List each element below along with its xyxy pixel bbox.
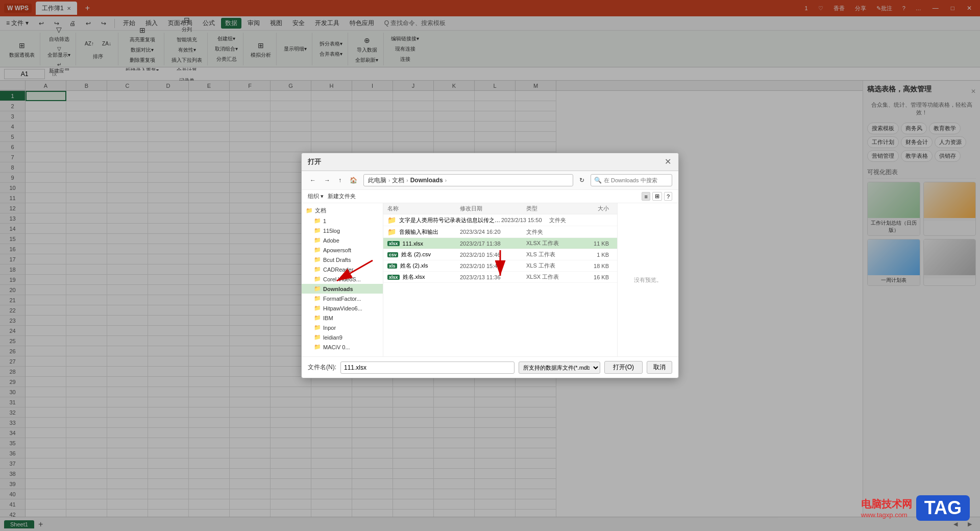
tree-label: 1 xyxy=(323,218,326,224)
file-date: 2023/2/13 15:50 xyxy=(501,217,549,223)
dialog-cancel-btn[interactable]: 取消 xyxy=(647,361,672,374)
filename-label: 文件名(N): xyxy=(308,363,336,372)
tree-label: FormatFactor... xyxy=(323,296,361,302)
nav-up-btn[interactable]: ↑ xyxy=(336,176,344,185)
dialog-actions-bar: 组织 ▾ 新建文件夹 ≡ ⊞ ? xyxy=(302,190,678,203)
breadcrumb-sep3: › xyxy=(445,178,447,183)
view-list-btn[interactable]: ≡ xyxy=(642,192,650,201)
tree-item-t-ibm[interactable]: 📁IBM xyxy=(302,313,383,323)
folder-icon: 📁 xyxy=(314,266,321,273)
file-row-f5[interactable]: xls 姓名 (2).xls 2023/2/10 15:49 XLS 工作表 1… xyxy=(383,260,617,272)
dialog-body: 📁文档📁1📁115log📁Adobe📁Apowersoft📁Bcut Draft… xyxy=(302,203,678,356)
file-date: 2023/2/10 15:49 xyxy=(460,263,526,269)
file-row-f4[interactable]: csv 姓名 (2).csv 2023/2/10 15:46 XLS 工作表 1… xyxy=(383,249,617,260)
file-name: 姓名 (2).csv xyxy=(401,251,431,258)
tree-item-t-1[interactable]: 📁1 xyxy=(302,216,383,226)
folder-icon: 📁 xyxy=(314,344,321,350)
file-list: 名称 修改日期 类型 大小 📁 文字是人类用符号记录表达信息以传之久... 20… xyxy=(383,203,617,356)
folder-icon: 📁 xyxy=(314,227,321,234)
file-tree: 📁文档📁1📁115log📁Adobe📁Apowersoft📁Bcut Draft… xyxy=(302,203,383,356)
tree-label: CADReader xyxy=(323,267,353,273)
file-row-f3[interactable]: xlsx 111.xlsx 2023/2/17 11:38 XLSX 工作表 1… xyxy=(383,238,617,249)
tree-item-t-formatfactor[interactable]: 📁FormatFactor... xyxy=(302,294,383,303)
folder-icon: 📁 xyxy=(314,295,321,302)
tree-item-t-apowersoft[interactable]: 📁Apowersoft xyxy=(302,245,383,255)
tree-item-t-inpor[interactable]: 📁Inpor xyxy=(302,323,383,332)
tree-item-t-bcut[interactable]: 📁Bcut Drafts xyxy=(302,255,383,264)
file-type: 文件夹 xyxy=(526,228,577,236)
no-preview: 没有预览。 xyxy=(617,203,678,356)
tree-item-t-maciv[interactable]: 📁MACiV 0... xyxy=(302,342,383,352)
col-name-header[interactable]: 名称 xyxy=(387,205,460,212)
breadcrumb-downloads[interactable]: Downloads xyxy=(410,177,443,184)
file-name-cell: 📁 文字是人类用符号记录表达信息以传之久... xyxy=(387,216,501,224)
folder-icon: 📁 xyxy=(314,276,321,282)
view-help-btn[interactable]: ? xyxy=(664,192,672,201)
tree-item-t-leidian9[interactable]: 📁leidian9 xyxy=(302,332,383,342)
no-preview-text: 没有预览。 xyxy=(634,276,662,284)
file-icon: xls xyxy=(387,263,397,269)
file-row-f6[interactable]: xlsx 姓名.xlsx 2023/2/13 11:36 XLSX 工作表 16… xyxy=(383,272,617,283)
breadcrumb-thispc[interactable]: 此电脑 xyxy=(368,176,386,185)
folder-icon: 📁 xyxy=(314,305,321,311)
file-date: 2023/3/24 16:20 xyxy=(460,229,526,235)
file-name-cell: xlsx 姓名.xlsx xyxy=(387,273,460,281)
search-input[interactable] xyxy=(604,177,665,183)
dialog-title: 打开 xyxy=(308,157,321,166)
new-folder-btn[interactable]: 新建文件夹 xyxy=(328,192,356,200)
file-row-f2[interactable]: 📁 音频输入和输出 2023/3/24 16:20 文件夹 xyxy=(383,226,617,238)
file-row-f1[interactable]: 📁 文字是人类用符号记录表达信息以传之久... 2023/2/13 15:50 … xyxy=(383,214,617,226)
tree-item-t-downloads[interactable]: 📁Downloads xyxy=(302,284,383,294)
nav-home-btn[interactable]: 🏠 xyxy=(348,176,359,185)
file-name: 文字是人类用符号记录表达信息以传之久... xyxy=(399,216,501,224)
file-icon: xlsx xyxy=(387,275,400,280)
tree-label: IBM xyxy=(323,315,333,321)
tree-item-t-115log[interactable]: 📁115log xyxy=(302,226,383,235)
file-icon: csv xyxy=(387,252,398,257)
tree-label: HitpawVideo6... xyxy=(323,305,362,311)
dialog-title-bar: 打开 ✕ xyxy=(302,153,678,171)
filetype-select[interactable]: 所支持的数据库文件(*.mdb xyxy=(519,361,600,374)
file-size: 1 KB xyxy=(577,252,613,258)
file-date: 2023/2/13 11:36 xyxy=(460,274,526,280)
filename-input[interactable] xyxy=(340,361,514,374)
tree-item-t-adobe[interactable]: 📁Adobe xyxy=(302,235,383,245)
file-name: 姓名.xlsx xyxy=(403,273,425,281)
dialog-search-box[interactable]: 🔍 xyxy=(591,174,672,186)
tree-item-t-corelvideo[interactable]: 📁Corel VideoS... xyxy=(302,274,383,284)
file-type: XLSX 工作表 xyxy=(526,239,577,247)
nav-refresh-btn[interactable]: ↻ xyxy=(577,176,586,185)
file-name-cell: csv 姓名 (2).csv xyxy=(387,251,460,258)
view-grid-btn[interactable]: ⊞ xyxy=(652,192,662,201)
tree-item-t-hitpaw[interactable]: 📁HitpawVideo6... xyxy=(302,303,383,313)
col-type-header[interactable]: 类型 xyxy=(526,205,577,212)
folder-icon: 📁 xyxy=(314,256,321,263)
nav-back-btn[interactable]: ← xyxy=(308,176,318,185)
tree-label: MACiV 0... xyxy=(323,344,350,350)
tree-item-t-cadreader[interactable]: 📁CADReader xyxy=(302,264,383,274)
view-toggle: ≡ ⊞ ? xyxy=(642,192,672,201)
file-type: XLSX 工作表 xyxy=(526,273,577,281)
tree-label: Adobe xyxy=(323,237,339,244)
folder-icon: 📁 xyxy=(314,218,321,224)
file-date: 2023/2/17 11:38 xyxy=(460,240,526,247)
open-dialog: 打开 ✕ ← → ↑ 🏠 此电脑 › 文档 › Downloads › ↻ 🔍 xyxy=(301,153,679,378)
file-name: 姓名 (2).xls xyxy=(400,262,428,270)
nav-forward-btn[interactable]: → xyxy=(322,176,332,185)
col-date-header[interactable]: 修改日期 xyxy=(460,205,526,212)
file-name-cell: 📁 音频输入和输出 xyxy=(387,228,460,236)
breadcrumb-sep2: › xyxy=(406,178,408,183)
col-size-header[interactable]: 大小 xyxy=(577,205,613,212)
tree-label: 115log xyxy=(323,228,340,234)
file-rows-container: 📁 文字是人类用符号记录表达信息以传之久... 2023/2/13 15:50 … xyxy=(383,214,617,283)
dialog-close-btn[interactable]: ✕ xyxy=(664,158,672,166)
breadcrumb-docs[interactable]: 文档 xyxy=(392,176,404,185)
tree-label: 文档 xyxy=(315,207,326,214)
dialog-open-btn[interactable]: 打开(O) xyxy=(604,361,643,374)
organize-btn[interactable]: 组织 ▾ xyxy=(308,192,324,200)
tree-item-t-docs[interactable]: 📁文档 xyxy=(302,205,383,216)
folder-icon: 📁 xyxy=(314,315,321,321)
folder-icon: 📁 xyxy=(314,237,321,244)
file-icon: xlsx xyxy=(387,241,400,246)
dialog-footer: 文件名(N): 所支持的数据库文件(*.mdb 打开(O) 取消 xyxy=(302,356,678,378)
